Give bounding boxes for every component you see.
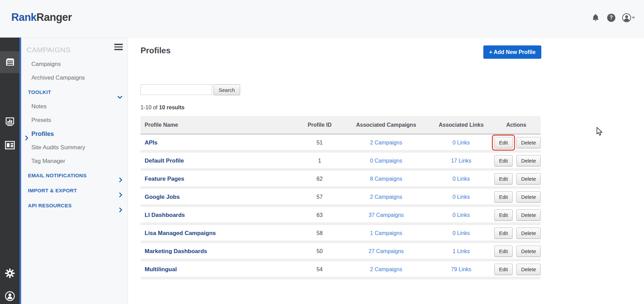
associated-links-link[interactable]: 0 Links (430, 176, 492, 182)
col-header-associated-links: Associated Links (430, 122, 492, 128)
associated-campaigns-link[interactable]: 27 Campaigns (342, 248, 430, 254)
sidebar-nav: CAMPAIGNSCampaignsArchived CampaignsTOOL… (21, 42, 128, 213)
associated-links-link[interactable]: 17 Links (430, 158, 492, 164)
app-window: RankRanger ? (0, 0, 644, 304)
profile-id-value: 58 (297, 230, 342, 236)
avatar (622, 13, 631, 22)
icon-rail (0, 38, 19, 304)
results-bold: 10 results (159, 105, 185, 110)
sidebar: CAMPAIGNSCampaignsArchived CampaignsTOOL… (21, 38, 128, 304)
associated-links-link[interactable]: 0 Links (430, 230, 492, 236)
sidebar-item-archived-campaigns[interactable]: Archived Campaigns (21, 71, 128, 85)
logo-part-ranger: Ranger (36, 11, 72, 23)
associated-campaigns-link[interactable]: 37 Campaigns (342, 212, 430, 218)
sidebar-header-campaigns: CAMPAIGNS (21, 42, 128, 57)
table-row: APIs 51 2 Campaigns 0 Links Edit Delete (141, 135, 541, 153)
profiles-table: Profile Name Profile ID Associated Campa… (141, 116, 541, 279)
rail-campaigns-documents-icon[interactable] (0, 51, 19, 73)
profile-name-link[interactable]: Multilingual (145, 266, 177, 273)
page-title: Profiles (141, 46, 171, 55)
rail-reports-chart-icon[interactable] (0, 111, 19, 133)
search-button[interactable]: Search (214, 84, 240, 95)
rail-account-person-icon[interactable] (0, 285, 19, 304)
top-header: RankRanger ? (0, 0, 644, 38)
rail-settings-gear-icon[interactable] (0, 262, 19, 284)
profile-id-value: 51 (297, 140, 342, 146)
edit-button[interactable]: Edit (494, 227, 513, 239)
logo-part-rank: Rank (11, 11, 36, 23)
help-question-glyph: ? (607, 14, 615, 22)
profile-name-link[interactable]: LI Dashboards (145, 212, 185, 218)
add-new-profile-button[interactable]: + Add New Profile (483, 45, 541, 59)
associated-links-link[interactable]: 0 Links (430, 194, 492, 200)
sidebar-section-api-resources[interactable]: API RESOURCES (21, 198, 128, 213)
account-icon[interactable] (622, 13, 635, 23)
search-input[interactable] (141, 84, 212, 95)
col-header-profile-id: Profile ID (297, 122, 342, 128)
delete-button[interactable]: Delete (516, 209, 541, 221)
profile-name-link[interactable]: Google Jobs (145, 194, 180, 200)
associated-campaigns-link[interactable]: 2 Campaigns (342, 140, 430, 146)
edit-button[interactable]: Edit (494, 191, 513, 203)
results-prefix: 1-10 of (141, 105, 159, 110)
notifications-bell-icon[interactable] (591, 13, 600, 23)
sidebar-item-tag-manager[interactable]: Tag Manager (21, 154, 128, 168)
rail-news-layout-icon[interactable] (0, 134, 19, 156)
associated-campaigns-link[interactable]: 8 Campaigns (342, 176, 430, 182)
edit-highlight-outline: Edit (492, 189, 515, 205)
delete-button[interactable]: Delete (516, 173, 541, 184)
sidebar-item-notes[interactable]: Notes (21, 100, 128, 113)
profile-name-link[interactable]: Marketing Dashboards (145, 248, 207, 254)
edit-button[interactable]: Edit (494, 246, 513, 257)
sidebar-item-campaigns[interactable]: Campaigns (21, 57, 128, 71)
profile-id-value: 57 (297, 194, 342, 200)
associated-links-link[interactable]: 0 Links (430, 212, 492, 218)
sidebar-section-toolkit[interactable]: TOOLKIT (21, 85, 128, 100)
delete-button[interactable]: Delete (516, 137, 541, 148)
associated-links-link[interactable]: 1 Links (430, 248, 492, 254)
edit-highlight-outline: Edit (492, 207, 515, 223)
profile-id-value: 54 (297, 266, 342, 273)
chevron-down-icon (632, 17, 635, 19)
edit-highlight-outline: Edit (492, 153, 515, 169)
edit-button[interactable]: Edit (494, 209, 513, 221)
results-count: 1-10 of 10 results (141, 105, 185, 111)
sidebar-item-profiles[interactable]: Profiles (21, 127, 128, 141)
table-row: Default Profile 1 0 Campaigns 17 Links E… (141, 153, 541, 171)
delete-button[interactable]: Delete (516, 155, 541, 166)
col-header-profile-name: Profile Name (141, 122, 297, 128)
profile-name-link[interactable]: Default Profile (145, 157, 184, 164)
edit-highlight-outline: Edit (492, 171, 515, 187)
profile-name-link[interactable]: Feature Pages (145, 176, 184, 182)
associated-campaigns-link[interactable]: 2 Campaigns (342, 194, 430, 200)
associated-campaigns-link[interactable]: 2 Campaigns (342, 266, 430, 273)
sidebar-section-email-notifications[interactable]: EMAIL NOTIFICATIONS (21, 168, 128, 183)
associated-campaigns-link[interactable]: 1 Campaigns (342, 230, 430, 236)
associated-campaigns-link[interactable]: 0 Campaigns (342, 158, 430, 164)
help-icon[interactable]: ? (606, 13, 616, 23)
edit-button[interactable]: Edit (494, 173, 513, 184)
edit-button[interactable]: Edit (494, 264, 513, 275)
profile-name-link[interactable]: Lisa Managed Campaigns (145, 230, 216, 236)
sidebar-item-presets[interactable]: Presets (21, 113, 128, 127)
associated-links-link[interactable]: 0 Links (430, 140, 492, 146)
rankranger-logo: RankRanger (11, 11, 72, 24)
delete-button[interactable]: Delete (516, 227, 541, 239)
delete-button[interactable]: Delete (516, 246, 541, 257)
table-body: APIs 51 2 Campaigns 0 Links Edit Delete … (141, 135, 541, 279)
edit-highlight-outline: Edit (492, 261, 515, 277)
profile-id-value: 50 (297, 248, 342, 254)
delete-button[interactable]: Delete (516, 191, 541, 203)
table-row: Marketing Dashboards 50 27 Campaigns 1 L… (141, 243, 541, 261)
sidebar-item-site-audits-summary[interactable]: Site Audits Summary (21, 141, 128, 154)
main-content: Profiles + Add New Profile Search 1-10 o… (128, 38, 644, 304)
profile-name-link[interactable]: APIs (145, 139, 158, 146)
edit-button[interactable]: Edit (494, 155, 513, 166)
associated-links-link[interactable]: 79 Links (430, 266, 492, 273)
edit-button[interactable]: Edit (494, 137, 513, 148)
sidebar-section-import-export[interactable]: IMPORT & EXPORT (21, 183, 128, 198)
table-row: Lisa Managed Campaigns 58 1 Campaigns 0 … (141, 225, 541, 243)
profile-id-value: 1 (297, 158, 342, 164)
mouse-cursor (596, 127, 604, 136)
delete-button[interactable]: Delete (516, 264, 541, 275)
